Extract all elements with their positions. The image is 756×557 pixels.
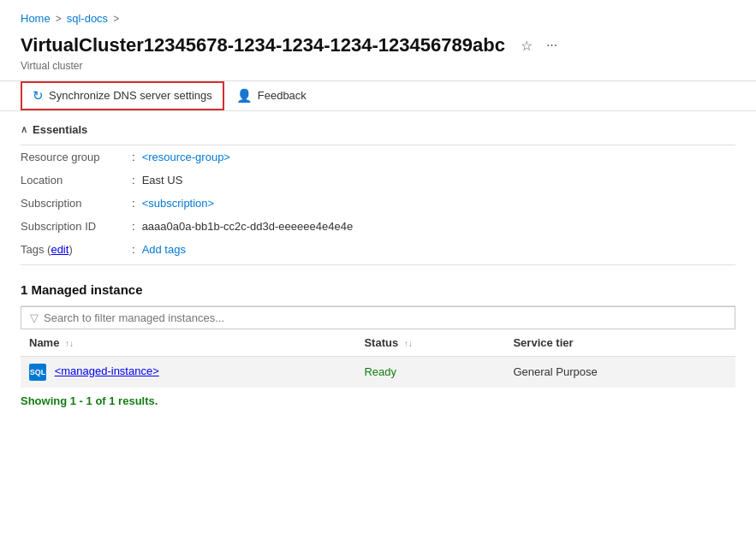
tags-edit-link[interactable]: edit xyxy=(51,243,68,256)
field-value-tags: Add tags xyxy=(142,243,186,256)
sync-icon: ↻ xyxy=(33,88,44,104)
field-sep-1: : xyxy=(132,174,135,187)
search-icon: ▽ xyxy=(30,311,39,324)
toolbar: ↻ Synchronize DNS server settings 👤 Feed… xyxy=(0,80,756,111)
instance-name-link[interactable]: <managed-instance> xyxy=(55,364,159,377)
sort-icon-name[interactable]: ↑↓ xyxy=(65,339,74,348)
field-label-location: Location xyxy=(21,174,132,187)
essentials-chevron: ∧ xyxy=(21,124,27,135)
field-label-subscription-id: Subscription ID xyxy=(21,220,132,233)
breadcrumb-home[interactable]: Home xyxy=(21,12,51,25)
breadcrumb-sqldocs[interactable]: sql-docs xyxy=(67,12,108,25)
page-subtitle: Virtual cluster xyxy=(21,58,735,80)
field-row-subscription: Subscription : <subscription> xyxy=(21,192,735,215)
cell-name: SQL <managed-instance> xyxy=(21,356,355,388)
sync-dns-label: Synchronize DNS server settings xyxy=(49,89,212,102)
more-options-button[interactable]: ··· xyxy=(543,36,561,55)
field-row-resource-group: Resource group : <resource-group> xyxy=(21,145,735,169)
resource-group-link[interactable]: <resource-group> xyxy=(142,151,230,163)
field-sep-4: : xyxy=(132,243,135,256)
main-content: ∧ Essentials Resource group : <resource-… xyxy=(0,111,756,414)
pin-icon: ☆ xyxy=(521,38,533,54)
field-row-location: Location : East US xyxy=(21,169,735,192)
cell-service-tier: General Purpose xyxy=(504,356,735,388)
pin-button[interactable]: ☆ xyxy=(517,36,536,56)
search-input[interactable] xyxy=(44,311,301,324)
more-icon: ··· xyxy=(546,38,557,53)
field-sep-2: : xyxy=(132,197,135,210)
feedback-icon: 👤 xyxy=(236,88,253,104)
subscription-link[interactable]: <subscription> xyxy=(142,197,215,210)
table-header: Name ↑↓ Status ↑↓ Service tier xyxy=(21,329,735,357)
field-label-resource-group: Resource group xyxy=(21,151,132,163)
col-header-status: Status ↑↓ xyxy=(355,329,504,357)
page-title: VirtualCluster12345678-1234-1234-1234-12… xyxy=(21,33,505,58)
field-value-subscription: <subscription> xyxy=(142,197,215,210)
results-text: Showing 1 - 1 of 1 results. xyxy=(21,388,735,414)
field-label-tags: Tags (edit) xyxy=(21,243,132,256)
table-row: SQL <managed-instance> Ready General Pur… xyxy=(21,356,735,388)
field-row-tags: Tags (edit) : Add tags xyxy=(21,238,735,261)
search-box: ▽ xyxy=(21,306,735,329)
managed-instances-title: 1 Managed instance xyxy=(21,269,735,305)
page-title-container: VirtualCluster12345678-1234-1234-1234-12… xyxy=(21,33,735,58)
col-header-service-tier: Service tier xyxy=(504,329,735,357)
title-icons: ☆ ··· xyxy=(517,36,561,56)
field-row-subscription-id: Subscription ID : aaaa0a0a-bb1b-cc2c-dd3… xyxy=(21,215,735,238)
sort-icon-status[interactable]: ↑↓ xyxy=(404,339,413,348)
field-label-subscription: Subscription xyxy=(21,197,132,210)
table-header-row: Name ↑↓ Status ↑↓ Service tier xyxy=(21,329,735,357)
page-header: VirtualCluster12345678-1234-1234-1234-12… xyxy=(0,30,756,80)
cell-status: Ready xyxy=(355,356,504,388)
table-body: SQL <managed-instance> Ready General Pur… xyxy=(21,356,735,388)
add-tags-link[interactable]: Add tags xyxy=(142,243,186,256)
field-value-resource-group: <resource-group> xyxy=(142,151,230,163)
feedback-label: Feedback xyxy=(258,89,307,102)
field-sep-3: : xyxy=(132,220,135,233)
instance-icon: SQL xyxy=(29,364,46,381)
col-header-name: Name ↑↓ xyxy=(21,329,355,357)
breadcrumb-sep-1: > xyxy=(56,13,62,25)
field-value-location: East US xyxy=(142,174,183,187)
results-count: Showing 1 - 1 of 1 results. xyxy=(21,394,158,407)
field-sep-0: : xyxy=(132,151,135,163)
breadcrumb-sep-2: > xyxy=(113,13,119,25)
field-value-subscription-id: aaaa0a0a-bb1b-cc2c-dd3d-eeeeee4e4e4e xyxy=(142,220,354,233)
feedback-button[interactable]: 👤 Feedback xyxy=(224,81,318,110)
breadcrumb: Home > sql-docs > xyxy=(0,0,756,30)
essentials-section: Resource group : <resource-group> Locati… xyxy=(21,145,735,265)
managed-instances-table: Name ↑↓ Status ↑↓ Service tier SQL <mana… xyxy=(21,329,735,388)
sync-dns-button[interactable]: ↻ Synchronize DNS server settings xyxy=(21,81,224,110)
essentials-title: Essentials xyxy=(33,123,87,136)
essentials-section-header: ∧ Essentials xyxy=(21,111,735,145)
